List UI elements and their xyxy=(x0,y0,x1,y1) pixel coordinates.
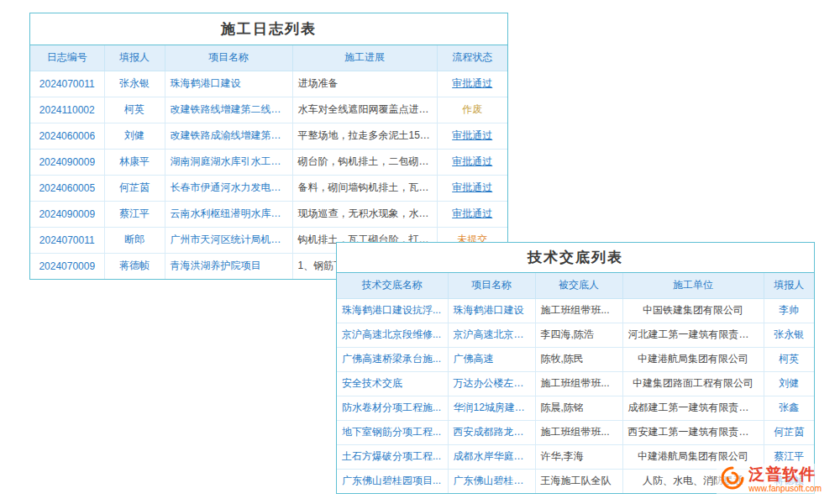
reporter-cell[interactable]: 断郎 xyxy=(104,227,165,253)
log-id-cell[interactable]: 2024060006 xyxy=(30,123,104,149)
project-cell[interactable]: 京沪高速北京段维修 xyxy=(448,323,535,347)
reporter-cell[interactable]: 张永银 xyxy=(764,323,814,347)
reporter-cell[interactable]: 蒋德帧 xyxy=(104,253,165,279)
reporter-cell[interactable]: 刘健 xyxy=(764,371,814,396)
briefed-person-cell: 陈牧,陈民 xyxy=(535,347,622,371)
disclosure-name-cell[interactable]: 土石方爆破分项工程... xyxy=(337,444,448,469)
reporter-cell[interactable]: 李帅 xyxy=(764,298,814,323)
column-header-briefed-person: 被交底人 xyxy=(535,273,622,298)
briefed-person-cell: 施工班组带班... xyxy=(535,298,622,323)
column-header-construction-unit: 施工单位 xyxy=(622,273,764,298)
project-cell[interactable]: 广佛高速 xyxy=(448,347,535,371)
construction-unit-cell: 西安建工第一建筑有限责任公司 xyxy=(622,420,764,444)
table-row[interactable]: 2024090009蔡江平云南水利枢纽潜明水库一...现场巡查，无积水现象，水马… xyxy=(30,201,507,227)
table-row[interactable]: 2024060006刘健改建铁路成渝线增建第二...平整场地，拉走多余泥土15辆… xyxy=(30,123,507,149)
log-id-cell[interactable]: 2024070011 xyxy=(30,227,104,253)
column-header-reporter: 填报人 xyxy=(104,45,165,71)
reporter-cell[interactable]: 刘健 xyxy=(104,123,165,149)
status-cell[interactable]: 审批通过 xyxy=(437,149,507,175)
reporter-cell[interactable]: 何芷茵 xyxy=(104,175,165,201)
table-header-row: 技术交底名称 项目名称 被交底人 施工单位 填报人 xyxy=(337,273,814,298)
column-header-disclosure-name: 技术交底名称 xyxy=(337,273,448,298)
briefed-person-cell: 施工班组带班... xyxy=(535,371,622,396)
disclosure-name-cell[interactable]: 安全技术交底 xyxy=(337,371,448,396)
tech-disclosure-table: 技术交底名称 项目名称 被交底人 施工单位 填报人 珠海鹤港口建设抗浮...珠海… xyxy=(337,273,814,493)
disclosure-name-cell[interactable]: 防水卷材分项工程施... xyxy=(337,396,448,420)
status-cell[interactable]: 审批通过 xyxy=(437,175,507,201)
construction-unit-cell: 河北建工第一建筑有限责任公司 xyxy=(622,323,764,347)
project-cell[interactable]: 珠海鹤港口建设 xyxy=(165,71,292,97)
column-header-project: 项目名称 xyxy=(448,273,535,298)
construction-unit-cell: 中建集团路面工程有限公司 xyxy=(622,371,764,396)
column-header-progress: 施工进展 xyxy=(292,45,437,71)
briefed-person-cell: 陈晨,陈铭 xyxy=(535,396,622,420)
project-cell[interactable]: 万达办公楼左侧A... xyxy=(448,371,535,396)
disclosure-name-cell[interactable]: 广佛高速桥梁承台施... xyxy=(337,347,448,371)
reporter-cell[interactable]: 蔡江平 xyxy=(104,201,165,227)
project-cell[interactable]: 成都水岸华庭名苑... xyxy=(448,444,535,469)
status-cell[interactable]: 作废 xyxy=(437,97,507,123)
disclosure-name-cell[interactable]: 广东佛山碧桂园项目... xyxy=(337,469,448,493)
disclosure-name-cell[interactable]: 地下室钢筋分项工程... xyxy=(337,420,448,444)
project-cell[interactable]: 改建铁路线增建第二线直... xyxy=(165,97,292,123)
table-row[interactable]: 京沪高速北京段维修...京沪高速北京段维修李四海,陈浩河北建工第一建筑有限责任公… xyxy=(337,323,814,347)
panel-title: 技术交底列表 xyxy=(337,243,814,273)
log-id-cell[interactable]: 2024110002 xyxy=(30,97,104,123)
progress-cell: 备料，砌间墙钩机排土，瓦工... xyxy=(292,175,437,201)
disclosure-name-cell[interactable]: 珠海鹤港口建设抗浮... xyxy=(337,298,448,323)
table-row[interactable]: 2024090009林康平湖南洞庭湖水库引水工程...砌台阶，钩机排土，二包砌间… xyxy=(30,149,507,175)
log-id-cell[interactable]: 2024090009 xyxy=(30,201,104,227)
reporter-cell[interactable]: 张永银 xyxy=(104,71,165,97)
progress-cell: 现场巡查，无积水现象，水马... xyxy=(292,201,437,227)
column-header-log-id: 日志编号 xyxy=(30,45,104,71)
column-header-project: 项目名称 xyxy=(165,45,292,71)
project-cell[interactable]: 青海洪湖养护院项目 xyxy=(165,253,292,279)
reporter-cell[interactable]: 何芷茵 xyxy=(764,420,814,444)
progress-cell: 进场准备 xyxy=(292,71,437,97)
table-row[interactable]: 珠海鹤港口建设抗浮...珠海鹤港口建设施工班组带班...中国铁建集团有限公司李帅 xyxy=(337,298,814,323)
table-row[interactable]: 2024110002柯英改建铁路线增建第二线直...水车对全线遮阳网覆盖点进行.… xyxy=(30,97,507,123)
table-row[interactable]: 2024070011张永银珠海鹤港口建设进场准备审批通过 xyxy=(30,71,507,97)
status-cell[interactable]: 审批通过 xyxy=(437,71,507,97)
construction-unit-cell: 成都建工第一建筑有限责任公司 xyxy=(622,396,764,420)
log-id-cell[interactable]: 2024090009 xyxy=(30,149,104,175)
project-cell[interactable]: 西安成都路龙湖上... xyxy=(448,420,535,444)
status-cell[interactable]: 审批通过 xyxy=(437,201,507,227)
construction-unit-cell: 中国铁建集团有限公司 xyxy=(622,298,764,323)
table-row[interactable]: 地下室钢筋分项工程...西安成都路龙湖上...施工班组带班...西安建工第一建筑… xyxy=(337,420,814,444)
brand-name: 泛普软件 xyxy=(748,466,822,484)
project-cell[interactable]: 华润12城房建工... xyxy=(448,396,535,420)
briefed-person-cell: 王海施工队全队 xyxy=(535,469,622,493)
project-cell[interactable]: 广州市天河区统计局机房... xyxy=(165,227,292,253)
project-cell[interactable]: 云南水利枢纽潜明水库一... xyxy=(165,201,292,227)
table-header-row: 日志编号 填报人 项目名称 施工进展 流程状态 xyxy=(30,45,507,71)
reporter-cell[interactable]: 柯英 xyxy=(104,97,165,123)
construction-log-panel: 施工日志列表 日志编号 填报人 项目名称 施工进展 流程状态 202407001… xyxy=(29,13,508,280)
reporter-cell[interactable]: 柯英 xyxy=(764,347,814,371)
project-cell[interactable]: 湖南洞庭湖水库引水工程... xyxy=(165,149,292,175)
log-id-cell[interactable]: 2024070011 xyxy=(30,71,104,97)
brand-url: www.fanpusoft.com xyxy=(748,484,822,493)
log-id-cell[interactable]: 2024060005 xyxy=(30,175,104,201)
progress-cell: 砌台阶，钩机排土，二包砌间... xyxy=(292,149,437,175)
fanpu-watermark: 泛普软件 www.fanpusoft.com xyxy=(717,464,825,496)
progress-cell: 水车对全线遮阳网覆盖点进行... xyxy=(292,97,437,123)
table-row[interactable]: 2024060005何芷茵长春市伊通河水力发电厂...备料，砌间墙钩机排土，瓦工… xyxy=(30,175,507,201)
project-cell[interactable]: 广东佛山碧桂园项目 xyxy=(448,469,535,493)
table-row[interactable]: 安全技术交底万达办公楼左侧A...施工班组带班...中建集团路面工程有限公司刘健 xyxy=(337,371,814,396)
project-cell[interactable]: 改建铁路成渝线增建第二... xyxy=(165,123,292,149)
disclosure-name-cell[interactable]: 京沪高速北京段维修... xyxy=(337,323,448,347)
briefed-person-cell: 施工班组带班... xyxy=(535,420,622,444)
log-id-cell[interactable]: 2024070009 xyxy=(30,253,104,279)
table-row[interactable]: 防水卷材分项工程施...华润12城房建工...陈晨,陈铭成都建工第一建筑有限责任… xyxy=(337,396,814,420)
reporter-cell[interactable]: 林康平 xyxy=(104,149,165,175)
project-cell[interactable]: 珠海鹤港口建设 xyxy=(448,298,535,323)
status-cell[interactable]: 审批通过 xyxy=(437,123,507,149)
construction-unit-cell: 中建港航局集团有限公司 xyxy=(622,347,764,371)
table-row[interactable]: 广佛高速桥梁承台施...广佛高速陈牧,陈民中建港航局集团有限公司柯英 xyxy=(337,347,814,371)
reporter-cell[interactable]: 张鑫 xyxy=(764,396,814,420)
briefed-person-cell: 许华,李海 xyxy=(535,444,622,469)
briefed-person-cell: 李四海,陈浩 xyxy=(535,323,622,347)
project-cell[interactable]: 长春市伊通河水力发电厂... xyxy=(165,175,292,201)
fanpu-swirl-icon xyxy=(720,465,745,494)
